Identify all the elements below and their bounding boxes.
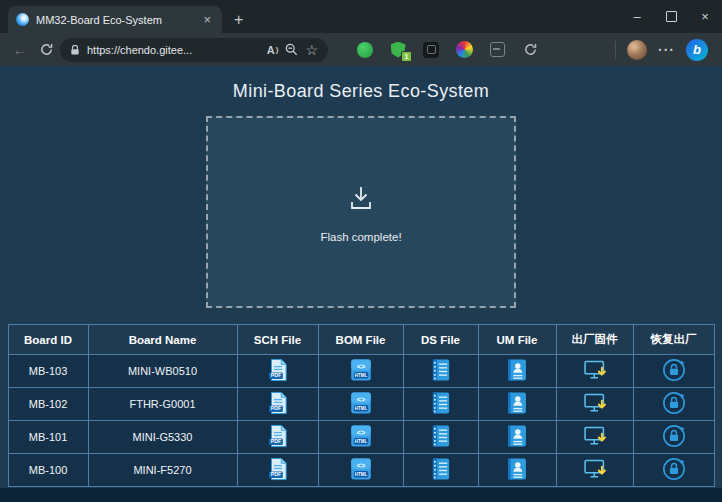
- monitor-download-icon: [582, 456, 608, 482]
- settings-menu-icon[interactable]: ···: [658, 42, 675, 58]
- minimize-button[interactable]: –: [620, 0, 654, 33]
- html-file-icon: [348, 390, 374, 416]
- tab-close-icon[interactable]: ×: [200, 12, 214, 27]
- toolbar-divider: [615, 41, 616, 59]
- bom-html-download-button[interactable]: [348, 390, 374, 416]
- monitor-download-icon: [582, 423, 608, 449]
- table-row: MB-101 MINI-G5330: [8, 421, 714, 454]
- table-row: MB-100 MINI-F5270: [8, 454, 714, 487]
- pdf-file-icon: [265, 390, 291, 416]
- notebook-icon: [428, 456, 454, 482]
- sch-pdf-download-button[interactable]: [265, 456, 291, 482]
- lock-restore-icon: [661, 456, 687, 482]
- site-lock-icon[interactable]: [70, 44, 80, 56]
- page-content: Mini-Board Series Eco-System Flash compl…: [0, 66, 722, 502]
- refresh-button[interactable]: [34, 38, 58, 62]
- board-id-cell: MB-101: [8, 421, 88, 454]
- board-name-cell: FTHR-G0001: [88, 388, 237, 421]
- extension-badge: 1: [401, 51, 412, 62]
- factory-restore-button[interactable]: [661, 357, 687, 383]
- profile-avatar[interactable]: [627, 40, 647, 60]
- um-file-download-button[interactable]: [504, 357, 530, 383]
- board-id-cell: MB-103: [8, 355, 88, 388]
- ds-file-download-button[interactable]: [428, 357, 454, 383]
- col-sch-file: SCH File: [237, 325, 318, 355]
- close-button[interactable]: ×: [688, 0, 722, 33]
- factory-firmware-button[interactable]: [582, 357, 608, 383]
- green-circle-extension-icon[interactable]: [356, 41, 374, 59]
- back-button[interactable]: ←: [8, 38, 32, 62]
- notebook-icon: [428, 390, 454, 416]
- monitor-download-icon: [582, 357, 608, 383]
- flash-dropzone[interactable]: Flash complete!: [206, 116, 516, 308]
- dark-square-extension-icon[interactable]: [422, 41, 440, 59]
- factory-restore-button[interactable]: [661, 456, 687, 482]
- ds-file-download-button[interactable]: [428, 423, 454, 449]
- board-name-cell: MINI-WB0510: [88, 355, 237, 388]
- lock-restore-icon: [661, 423, 687, 449]
- col-ds-file: DS File: [403, 325, 478, 355]
- shield-extension-icon[interactable]: 1: [389, 41, 407, 59]
- html-file-icon: [348, 456, 374, 482]
- tab-title: MM32-Board Eco-System: [36, 14, 193, 26]
- favorite-star-icon[interactable]: ☆: [305, 43, 318, 57]
- contact-book-icon: [504, 456, 530, 482]
- url-text: https://chendo.gitee...: [87, 44, 260, 56]
- col-board-id: Board ID: [8, 325, 88, 355]
- board-table: Board ID Board Name SCH File BOM File DS…: [8, 324, 715, 487]
- factory-restore-button[interactable]: [661, 423, 687, 449]
- copilot-icon[interactable]: b: [686, 39, 708, 61]
- table-row: MB-102 FTHR-G0001: [8, 388, 714, 421]
- lock-restore-icon: [661, 390, 687, 416]
- col-factory-firmware: 出厂固件: [556, 325, 633, 355]
- sch-pdf-download-button[interactable]: [265, 423, 291, 449]
- browser-window: MM32-Board Eco-System × + – × ← https://…: [0, 0, 722, 502]
- factory-firmware-button[interactable]: [582, 456, 608, 482]
- bom-html-download-button[interactable]: [348, 357, 374, 383]
- lock-restore-icon: [661, 357, 687, 383]
- bom-html-download-button[interactable]: [348, 456, 374, 482]
- factory-restore-button[interactable]: [661, 390, 687, 416]
- new-tab-button[interactable]: +: [234, 12, 243, 28]
- um-file-download-button[interactable]: [504, 456, 530, 482]
- extensions-group: 1: [356, 41, 539, 59]
- colorful-ball-extension-icon[interactable]: [455, 41, 473, 59]
- table-header-row: Board ID Board Name SCH File BOM File DS…: [8, 325, 714, 355]
- col-factory-restore: 恢复出厂: [633, 325, 714, 355]
- col-board-name: Board Name: [88, 325, 237, 355]
- bom-html-download-button[interactable]: [348, 423, 374, 449]
- col-bom-file: BOM File: [318, 325, 403, 355]
- sch-pdf-download-button[interactable]: [265, 357, 291, 383]
- toolbar-right-group: ··· b: [615, 39, 714, 61]
- collections-icon[interactable]: [488, 41, 506, 59]
- board-id-cell: MB-100: [8, 454, 88, 487]
- browser-essentials-icon[interactable]: [521, 41, 539, 59]
- factory-firmware-button[interactable]: [582, 390, 608, 416]
- contact-book-icon: [504, 390, 530, 416]
- pdf-file-icon: [265, 357, 291, 383]
- address-bar[interactable]: https://chendo.gitee... A ☆: [60, 38, 328, 62]
- sch-pdf-download-button[interactable]: [265, 390, 291, 416]
- um-file-download-button[interactable]: [504, 390, 530, 416]
- board-id-cell: MB-102: [8, 388, 88, 421]
- maximize-icon: [666, 11, 677, 22]
- board-name-cell: MINI-F5270: [88, 454, 237, 487]
- um-file-download-button[interactable]: [504, 423, 530, 449]
- site-favicon-icon: [16, 13, 29, 26]
- browser-tab[interactable]: MM32-Board Eco-System ×: [8, 6, 222, 33]
- page-footer-strip: [0, 488, 722, 502]
- col-um-file: UM File: [478, 325, 556, 355]
- ds-file-download-button[interactable]: [428, 390, 454, 416]
- notebook-icon: [428, 423, 454, 449]
- contact-book-icon: [504, 423, 530, 449]
- download-icon: [344, 181, 378, 215]
- flash-status-message: Flash complete!: [320, 231, 401, 243]
- read-aloud-icon[interactable]: A: [267, 44, 279, 56]
- maximize-button[interactable]: [654, 0, 688, 33]
- browser-toolbar: ← https://chendo.gitee... A ☆ 1: [0, 33, 722, 66]
- pdf-file-icon: [265, 423, 291, 449]
- ds-file-download-button[interactable]: [428, 456, 454, 482]
- html-file-icon: [348, 357, 374, 383]
- zoom-out-icon[interactable]: [285, 43, 298, 56]
- factory-firmware-button[interactable]: [582, 423, 608, 449]
